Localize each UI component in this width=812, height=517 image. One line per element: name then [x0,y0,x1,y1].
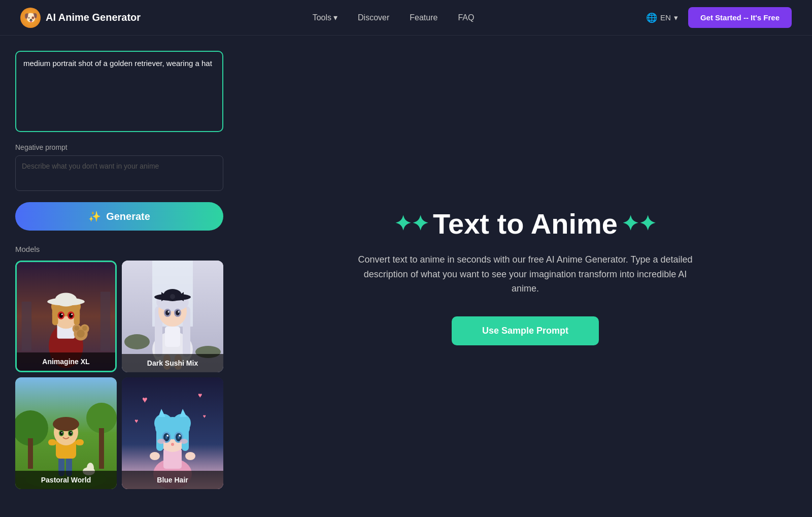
main-layout: medium portrait shot of a golden retriev… [0,36,812,517]
model-label-bluehair: Blue Hair [122,471,223,489]
svg-point-88 [165,436,167,439]
svg-point-16 [71,314,73,315]
nav-feature[interactable]: Feature [410,13,437,22]
nav-center: Tools ▾ Discover Feature FAQ [313,13,475,22]
svg-point-15 [61,314,63,315]
lang-label: EN [660,13,671,22]
nav-faq[interactable]: FAQ [458,13,474,22]
svg-point-41 [176,310,180,315]
model-label-animagine: Animagine XL [17,352,115,371]
svg-point-21 [82,326,87,331]
svg-text:♥: ♥ [134,417,138,425]
svg-rect-7 [52,306,58,326]
svg-point-10 [55,293,77,306]
nav-right: 🌐 EN ▾ Get Started -- It's Free [646,7,792,28]
svg-point-22 [77,330,85,338]
svg-point-94 [185,452,195,460]
svg-point-61 [60,431,63,435]
svg-point-42 [168,311,170,313]
svg-point-91 [180,439,188,444]
svg-text:♥: ♥ [203,413,206,419]
nav-tools[interactable]: Tools ▾ [313,13,337,22]
svg-point-62 [69,431,72,435]
site-logo[interactable]: 🐶 AI Anime Generator [20,8,141,28]
svg-rect-8 [74,306,80,326]
models-label: Models [15,245,223,253]
svg-point-89 [178,436,180,439]
sparkle-right-icon: ✦✦ [622,212,656,235]
model-card-darksushi[interactable]: Dark Sushi Mix [122,261,223,372]
svg-point-20 [74,326,79,331]
svg-point-93 [150,452,160,460]
left-panel: medium portrait shot of a golden retriev… [0,36,239,517]
sparkle-left-icon: ✦✦ [394,212,429,235]
right-panel: ✦✦ Text to Anime ✦✦ Convert text to anim… [239,36,812,517]
get-started-button[interactable]: Get Started -- It's Free [688,7,792,28]
navbar: 🐶 AI Anime Generator Tools ▾ Discover Fe… [0,0,812,36]
svg-text:♥: ♥ [142,395,148,405]
sample-prompt-button[interactable]: Use Sample Prompt [452,316,599,345]
chevron-down-icon: ▾ [333,13,337,22]
svg-rect-48 [28,438,33,469]
model-label-pastoral: Pastoral World [15,471,117,489]
svg-point-43 [178,311,180,313]
model-label-darksushi: Dark Sushi Mix [122,354,223,372]
svg-point-64 [71,432,72,433]
generate-button[interactable]: ✨ Generate [15,202,223,231]
chevron-down-icon: ▾ [674,13,678,22]
negative-prompt-label: Negative prompt [15,143,223,151]
logo-icon: 🐶 [20,8,41,28]
svg-rect-65 [48,439,56,445]
svg-point-63 [61,432,62,433]
model-card-animagine[interactable]: Animagine XL [15,261,117,372]
svg-rect-2 [100,292,110,351]
hero-title-text: Text to Anime [433,207,618,240]
generate-label: Generate [106,211,150,222]
svg-point-25 [124,334,150,349]
language-selector[interactable]: 🌐 EN ▾ [646,12,678,23]
negative-prompt-input[interactable] [15,155,223,191]
svg-rect-28 [165,327,180,347]
svg-point-13 [59,313,63,318]
logo-text: AI Anime Generator [46,12,141,23]
svg-point-90 [157,439,165,444]
models-grid: Animagine XL [15,261,223,489]
svg-rect-66 [76,439,84,445]
svg-point-58 [53,417,79,431]
svg-rect-1 [22,302,31,351]
svg-text:♥: ♥ [198,391,202,399]
svg-point-40 [165,310,170,315]
model-card-pastoral[interactable]: Pastoral World [15,377,117,489]
wand-icon: ✨ [88,210,101,222]
svg-rect-50 [99,428,104,469]
svg-point-92 [171,443,174,446]
model-card-bluehair[interactable]: ♥ ♥ ♥ ♥ [122,377,223,489]
svg-point-37 [170,294,175,299]
hero-description: Convert text to anime in seconds with ou… [353,252,698,296]
svg-point-14 [69,313,73,318]
globe-icon: 🌐 [646,12,657,23]
nav-discover[interactable]: Discover [358,13,389,22]
prompt-input[interactable]: medium portrait shot of a golden retriev… [15,51,223,132]
hero-title: ✦✦ Text to Anime ✦✦ [394,207,656,240]
